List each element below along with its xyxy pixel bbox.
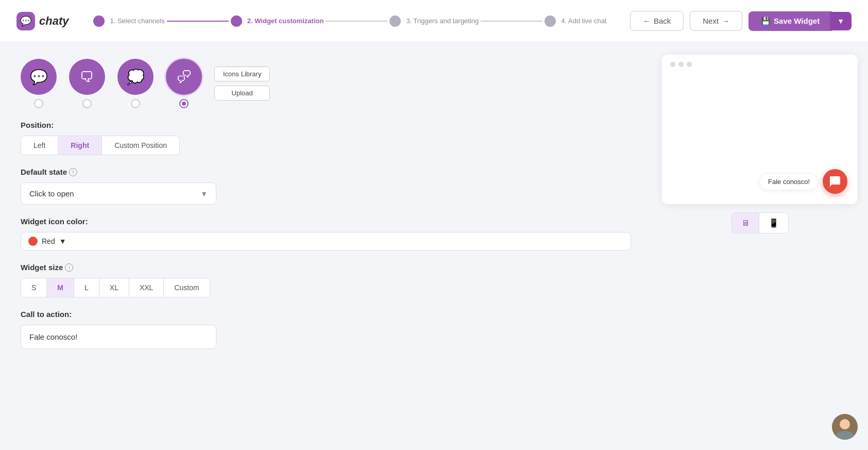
preview-chat-label: Fale conosco! (759, 173, 819, 190)
step-2: 2. Widget customization (231, 15, 324, 27)
step-1: 1. Select channels (93, 15, 164, 27)
desktop-icon: 🖥 (741, 219, 750, 227)
step-line-3 (481, 21, 542, 22)
step-3-dot (389, 15, 401, 27)
icon-color-label: Widget icon color: (21, 217, 631, 226)
icon-circle-4[interactable]: 🗪 (166, 59, 202, 95)
step-1-label: 1. Select channels (110, 17, 164, 25)
icon-option-1: 💬 (21, 59, 57, 108)
main-layout: 💬 🗨 💭 🗪 Icons Library Upload Position: (0, 42, 868, 450)
radio-4[interactable] (179, 99, 189, 108)
left-panel: 💬 🗨 💭 🗪 Icons Library Upload Position: (0, 42, 652, 450)
step-2-dot (231, 15, 242, 27)
size-s-button[interactable]: S (21, 278, 47, 297)
view-toggle: 🖥 📱 (731, 212, 789, 234)
size-group: S M L XL XXL Custom (21, 278, 210, 297)
default-state-info-icon[interactable]: i (69, 168, 77, 176)
preview-dots (662, 55, 858, 74)
icons-library-button[interactable]: Icons Library (214, 66, 270, 81)
next-arrow-icon: → (722, 16, 729, 25)
back-label: Back (654, 16, 671, 25)
icon-option-2: 🗨 (69, 59, 105, 108)
step-4: 4. Add live chat (544, 15, 606, 27)
size-custom-button[interactable]: Custom (164, 278, 209, 297)
step-3-label: 3. Triggers and targeting (406, 17, 479, 25)
size-xl-button[interactable]: XL (99, 278, 129, 297)
svg-point-1 (840, 419, 850, 429)
color-name: Red (42, 237, 55, 245)
upload-button[interactable]: Upload (214, 86, 270, 101)
step-line-1 (167, 21, 229, 22)
preview-dot-2 (678, 62, 684, 67)
widget-size-info-icon[interactable]: i (65, 263, 73, 272)
save-label: Save Widget (774, 16, 820, 25)
position-group: Left Right Custom Position (21, 136, 180, 155)
position-left-button[interactable]: Left (21, 136, 58, 155)
right-panel: Fale conosco! 🖥 📱 (652, 42, 868, 450)
mobile-icon: 📱 (769, 219, 779, 227)
agent-avatar (832, 414, 858, 440)
icon-option-3: 💭 (117, 59, 154, 108)
icon-circle-3[interactable]: 💭 (117, 59, 154, 95)
save-group: 💾 Save Widget ▼ (748, 11, 852, 31)
icon-option-4: 🗪 (166, 59, 202, 108)
save-icon: 💾 (761, 16, 771, 26)
preview-chat-button (823, 169, 847, 194)
step-4-dot (544, 15, 556, 27)
color-chevron-icon: ▼ (59, 237, 66, 245)
preview-chat-bubble: Fale conosco! (759, 169, 847, 194)
back-arrow-icon: ← (643, 16, 651, 25)
color-picker-button[interactable]: Red ▼ (21, 232, 631, 251)
step-1-dot (93, 15, 105, 27)
logo-text: chaty (39, 14, 69, 28)
cta-label: Call to action: (21, 310, 631, 319)
position-right-button[interactable]: Right (58, 136, 102, 155)
next-button[interactable]: Next → (690, 11, 742, 31)
radio-3[interactable] (131, 99, 140, 108)
icon-circle-1[interactable]: 💬 (21, 59, 57, 95)
default-state-value: Click to open (29, 189, 74, 198)
position-label: Position: (21, 121, 631, 129)
top-nav: 💬 chaty 1. Select channels 2. Widget cus… (0, 0, 868, 42)
cta-input[interactable] (21, 325, 216, 349)
widget-size-label: Widget size (21, 263, 63, 272)
back-button[interactable]: ← Back (630, 11, 684, 31)
mobile-view-button[interactable]: 📱 (759, 213, 788, 233)
step-2-label: 2. Widget customization (247, 17, 324, 25)
size-xxl-button[interactable]: XXL (129, 278, 164, 297)
logo-icon: 💬 (16, 12, 35, 30)
radio-1[interactable] (34, 99, 43, 108)
color-dot (28, 237, 38, 246)
save-dropdown-button[interactable]: ▼ (830, 12, 852, 30)
chevron-down-icon: ▼ (837, 17, 844, 25)
save-button[interactable]: 💾 Save Widget (748, 11, 832, 31)
step-3: 3. Triggers and targeting (389, 15, 479, 27)
position-custom-button[interactable]: Custom Position (102, 136, 179, 155)
preview-window: Fale conosco! (662, 55, 858, 204)
logo: 💬 chaty (16, 12, 69, 30)
step-4-label: 4. Add live chat (561, 17, 606, 25)
preview-dot-3 (687, 62, 692, 67)
icon-circle-2[interactable]: 🗨 (69, 59, 105, 95)
stepper: 1. Select channels 2. Widget customizati… (93, 15, 629, 27)
icon-selector-row: 💬 🗨 💭 🗪 Icons Library Upload (21, 59, 631, 108)
dropdown-arrow-icon: ▼ (200, 190, 208, 198)
size-l-button[interactable]: L (74, 278, 99, 297)
next-label: Next (703, 16, 719, 25)
preview-dot-1 (670, 62, 675, 67)
icon-library-buttons: Icons Library Upload (214, 66, 270, 101)
radio-2[interactable] (82, 99, 92, 108)
step-line-2 (326, 21, 387, 22)
desktop-view-button[interactable]: 🖥 (732, 213, 759, 233)
nav-buttons: ← Back Next → 💾 Save Widget ▼ (630, 11, 852, 31)
size-m-button[interactable]: M (47, 278, 74, 297)
default-state-label: Default state (21, 168, 67, 176)
default-state-dropdown[interactable]: Click to open ▼ (21, 182, 216, 205)
